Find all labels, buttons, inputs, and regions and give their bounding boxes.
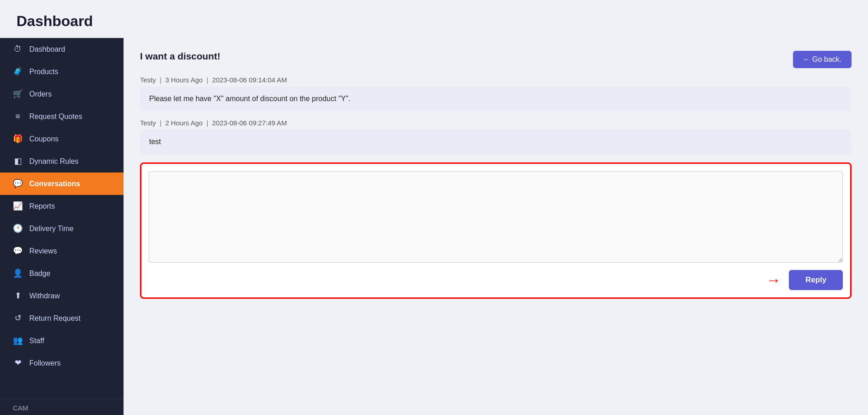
badge-icon: 👤 — [13, 269, 23, 278]
sidebar-item-products[interactable]: 🧳 Products — [0, 60, 124, 83]
message-author-1: Testy — [140, 76, 156, 84]
reply-button[interactable]: Reply — [789, 270, 843, 290]
message-body-2: test — [140, 129, 852, 154]
sidebar-label-request-quotes: Request Quotes — [29, 113, 82, 121]
conversation-title: I want a discount! — [140, 51, 221, 62]
main-content: I want a discount! ← Go back. Testy | 3 … — [124, 38, 868, 415]
request-quotes-icon: ≡ — [13, 112, 23, 121]
message-block-2: Testy | 2 Hours Ago | 2023-08-06 09:27:4… — [140, 119, 852, 154]
reply-arrow-icon: → — [766, 272, 781, 289]
delivery-time-icon: 🕐 — [13, 224, 23, 233]
sidebar-item-conversations[interactable]: 💬 Conversations — [0, 172, 124, 195]
message-meta-2: Testy | 2 Hours Ago | 2023-08-06 09:27:4… — [140, 119, 852, 127]
message-time-ago-1: 3 Hours Ago — [165, 76, 203, 84]
products-icon: 🧳 — [13, 67, 23, 76]
dynamic-rules-icon: ◧ — [13, 156, 23, 166]
reviews-icon: 💬 — [13, 246, 23, 256]
sidebar-label-conversations: Conversations — [29, 180, 80, 188]
go-back-button[interactable]: ← Go back. — [793, 51, 852, 68]
conversation-header: I want a discount! ← Go back. — [140, 51, 852, 68]
page-title: Dashboard — [0, 0, 868, 38]
sidebar-label-products: Products — [29, 68, 58, 76]
followers-icon: ❤ — [13, 358, 23, 368]
sidebar-item-withdraw[interactable]: ⬆ Withdraw — [0, 285, 124, 307]
sidebar-label-badge: Badge — [29, 269, 50, 278]
sidebar-label-coupons: Coupons — [29, 135, 59, 143]
sidebar-item-coupons[interactable]: 🎁 Coupons — [0, 128, 124, 150]
sidebar-label-dashboard: Dashboard — [29, 45, 65, 54]
sidebar-item-reports[interactable]: 📈 Reports — [0, 195, 124, 217]
sidebar-item-request-quotes[interactable]: ≡ Request Quotes — [0, 105, 124, 128]
sidebar-label-reports: Reports — [29, 202, 55, 210]
reply-area: → Reply — [140, 162, 852, 299]
message-author-2: Testy — [140, 119, 156, 127]
sidebar-label-delivery-time: Delivery Time — [29, 225, 74, 233]
sidebar-item-return-request[interactable]: ↺ Return Request — [0, 307, 124, 329]
orders-icon: 🛒 — [13, 89, 23, 99]
message-timestamp-2: 2023-08-06 09:27:49 AM — [212, 119, 287, 127]
return-request-icon: ↺ — [13, 313, 23, 323]
reply-textarea[interactable] — [149, 171, 843, 263]
sidebar-cam-label: CAM — [0, 399, 124, 415]
sidebar-label-orders: Orders — [29, 90, 52, 98]
message-block-1: Testy | 3 Hours Ago | 2023-08-06 09:14:0… — [140, 76, 852, 111]
message-time-ago-2: 2 Hours Ago — [165, 119, 203, 127]
withdraw-icon: ⬆ — [13, 291, 23, 301]
sidebar-item-badge[interactable]: 👤 Badge — [0, 262, 124, 285]
sidebar: ⏱ Dashboard 🧳 Products 🛒 Orders ≡ Reques… — [0, 38, 124, 415]
message-timestamp-1: 2023-08-06 09:14:04 AM — [212, 76, 287, 84]
sidebar-item-dashboard[interactable]: ⏱ Dashboard — [0, 38, 124, 60]
message-body-1: Please let me have "X" amount of discoun… — [140, 86, 852, 111]
sidebar-item-orders[interactable]: 🛒 Orders — [0, 83, 124, 105]
reply-footer: → Reply — [149, 270, 843, 290]
sidebar-label-followers: Followers — [29, 359, 60, 367]
reports-icon: 📈 — [13, 201, 23, 211]
sidebar-label-reviews: Reviews — [29, 247, 57, 255]
message-meta-1: Testy | 3 Hours Ago | 2023-08-06 09:14:0… — [140, 76, 852, 84]
dashboard-icon: ⏱ — [13, 44, 23, 54]
sidebar-label-dynamic-rules: Dynamic Rules — [29, 157, 79, 166]
sidebar-label-return-request: Return Request — [29, 314, 81, 323]
conversations-icon: 💬 — [13, 179, 23, 189]
sidebar-item-dynamic-rules[interactable]: ◧ Dynamic Rules — [0, 150, 124, 172]
sidebar-item-staff[interactable]: 👥 Staff — [0, 329, 124, 352]
sidebar-label-withdraw: Withdraw — [29, 292, 60, 300]
sidebar-item-followers[interactable]: ❤ Followers — [0, 352, 124, 374]
staff-icon: 👥 — [13, 336, 23, 345]
coupons-icon: 🎁 — [13, 134, 23, 144]
sidebar-item-delivery-time[interactable]: 🕐 Delivery Time — [0, 217, 124, 240]
sidebar-item-reviews[interactable]: 💬 Reviews — [0, 240, 124, 262]
sidebar-label-staff: Staff — [29, 337, 44, 345]
